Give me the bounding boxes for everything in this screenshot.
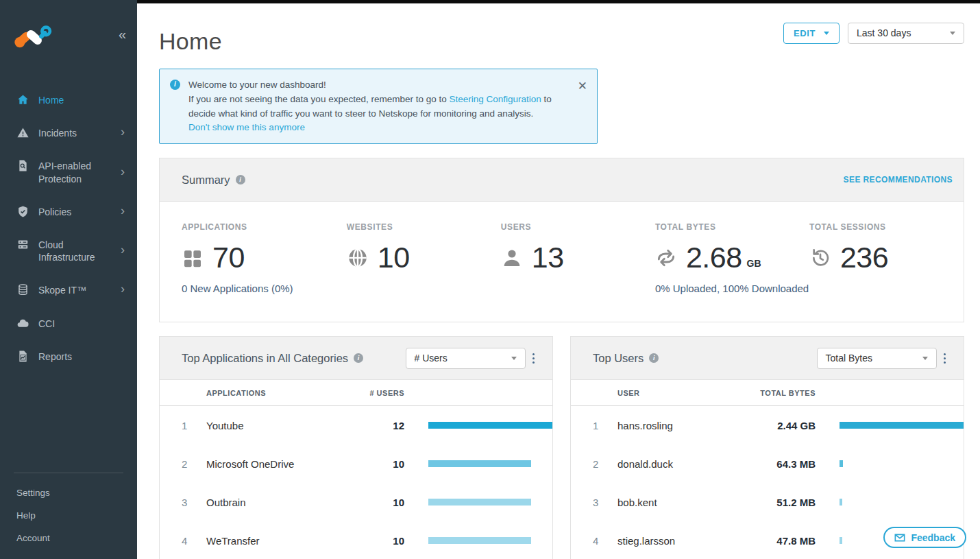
steering-configuration-link[interactable]: Steering Configuration (450, 94, 541, 104)
banner-body: If you are not seeing the data you expec… (188, 93, 569, 121)
edit-button[interactable]: EDIT (783, 23, 840, 44)
sidebar-footer-help[interactable]: Help (0, 504, 137, 527)
kebab-menu-icon[interactable] (526, 349, 542, 368)
table-row[interactable]: 4WeTransfer10 (160, 521, 552, 559)
row-bar (816, 460, 964, 467)
api-protection-icon (16, 159, 29, 172)
table-row[interactable]: 3bob.kent51.2 MB (571, 483, 964, 521)
history-clock-icon (809, 247, 831, 269)
sidebar-collapse-icon[interactable]: « (119, 27, 126, 41)
sidebar-footer-account[interactable]: Account (0, 527, 137, 549)
sidebar-divider (14, 473, 123, 473)
chevron-down-icon (824, 32, 829, 35)
row-bar (404, 499, 552, 506)
row-value: 47.8 MB (752, 535, 816, 547)
sidebar-item-label: Policies (38, 206, 71, 218)
apps-grid-icon (182, 247, 204, 269)
info-icon[interactable]: i (649, 353, 659, 363)
user-icon (501, 247, 523, 269)
stat-total-bytes: TOTAL BYTES 2.68 GB 0% Uploaded, 100% Do… (655, 222, 809, 294)
info-icon[interactable]: i (236, 175, 245, 185)
sidebar-item-home[interactable]: Home (0, 84, 137, 117)
metric-select-value: # Users (415, 353, 448, 364)
row-rank: 2 (593, 458, 617, 470)
top-users-title: Top Users i (593, 352, 659, 365)
see-recommendations-link[interactable]: SEE RECOMMENDATIONS (844, 175, 953, 185)
sidebar-item-label: API-enabled Protection (38, 160, 114, 185)
kebab-menu-icon[interactable] (937, 349, 953, 368)
top-applications-title: Top Applications in All Categories i (182, 352, 363, 365)
feedback-button[interactable]: Feedback (883, 527, 966, 548)
row-name[interactable]: donald.duck (617, 458, 752, 470)
chevron-right-icon: › (121, 242, 125, 258)
new-applications-link[interactable]: 0 New Applications (0%) (182, 283, 347, 294)
date-range-value: Last 30 days (857, 27, 911, 38)
sidebar-item-cci[interactable]: CCI (0, 307, 137, 340)
row-name[interactable]: Microsoft OneDrive (206, 458, 341, 470)
table-row[interactable]: 3Outbrain10 (160, 483, 552, 521)
upload-download-link[interactable]: 0% Uploaded, 100% Downloaded (655, 283, 809, 294)
sidebar-item-label: Incidents (38, 127, 77, 139)
date-range-select[interactable]: Last 30 days (848, 23, 964, 44)
sidebar-item-incidents[interactable]: Incidents› (0, 117, 137, 150)
main-area: Home EDIT Last 30 days i Welcome to your… (137, 0, 980, 559)
chevron-down-icon (922, 357, 928, 360)
row-value: 51.2 MB (752, 497, 816, 508)
table-row[interactable]: 1hans.rosling2.44 GB (571, 406, 964, 444)
table-column-headers: USER TOTAL BYTES (571, 380, 964, 406)
row-name[interactable]: hans.rosling (617, 420, 752, 431)
sidebar-item-skope-it[interactable]: Skope IT™› (0, 274, 137, 307)
feedback-label: Feedback (911, 532, 955, 543)
stat-websites: WEBSITES 10 (347, 222, 501, 294)
info-icon: i (170, 80, 180, 90)
incidents-icon (16, 126, 29, 139)
row-value: 10 (341, 458, 404, 470)
row-name[interactable]: Outbrain (206, 497, 341, 508)
table-row[interactable]: 2donald.duck64.3 MB (571, 444, 964, 483)
envelope-icon (894, 532, 905, 543)
sidebar-item-label: Skope IT™ (38, 284, 86, 296)
top-applications-table: 1Youtube122Microsoft OneDrive103Outbrain… (160, 406, 552, 559)
row-name[interactable]: WeTransfer (206, 535, 341, 547)
chevron-right-icon: › (121, 203, 125, 219)
close-icon[interactable]: ✕ (578, 78, 587, 95)
row-rank: 4 (593, 535, 617, 547)
sidebar-item-reports[interactable]: Reports (0, 340, 137, 373)
chevron-right-icon: › (121, 282, 125, 298)
stat-applications: APPLICATIONS 70 0 New Applications (0%) (182, 222, 347, 294)
metric-select-bytes[interactable]: Total Bytes (817, 348, 937, 369)
chevron-right-icon: › (121, 125, 125, 141)
dismiss-banner-link[interactable]: Don't show me this anymore (188, 122, 305, 132)
row-name[interactable]: bob.kent (617, 497, 752, 508)
table-column-headers: APPLICATIONS # USERS (160, 380, 552, 406)
row-rank: 3 (593, 497, 617, 508)
metric-select-users[interactable]: # Users (406, 348, 526, 369)
stat-total-sessions: TOTAL SESSIONS 236 (809, 222, 964, 294)
skope-it-icon (16, 283, 29, 296)
metric-select-value: Total Bytes (826, 353, 872, 364)
sidebar-footer-settings[interactable]: Settings (0, 481, 137, 504)
row-name[interactable]: Youtube (206, 420, 341, 431)
row-rank: 3 (182, 497, 206, 508)
row-bar (404, 422, 552, 429)
row-value: 10 (341, 535, 404, 547)
row-bar (816, 499, 964, 506)
app-window: « HomeIncidents›API-enabled Protection›P… (0, 0, 980, 559)
table-row[interactable]: 2Microsoft OneDrive10 (160, 444, 552, 483)
sidebar: « HomeIncidents›API-enabled Protection›P… (0, 0, 137, 559)
banner-title: Welcome to your new dashboard! (188, 78, 569, 93)
content: Home EDIT Last 30 days i Welcome to your… (137, 3, 980, 559)
home-icon (16, 93, 29, 106)
row-value: 12 (341, 420, 404, 431)
row-name[interactable]: stieg.larsson (617, 535, 752, 547)
sidebar-item-policies[interactable]: Policies› (0, 195, 137, 228)
edit-button-label: EDIT (794, 28, 816, 38)
row-value: 10 (341, 497, 404, 508)
sidebar-item-api-enabled-protection[interactable]: API-enabled Protection› (0, 150, 137, 195)
page-title: Home (159, 28, 222, 55)
table-row[interactable]: 1Youtube12 (160, 406, 552, 444)
globe-icon (347, 247, 369, 269)
info-icon[interactable]: i (354, 353, 363, 363)
sidebar-item-cloud-infrastructure[interactable]: Cloud Infrastructure› (0, 228, 137, 274)
sidebar-item-label: Home (38, 94, 64, 106)
